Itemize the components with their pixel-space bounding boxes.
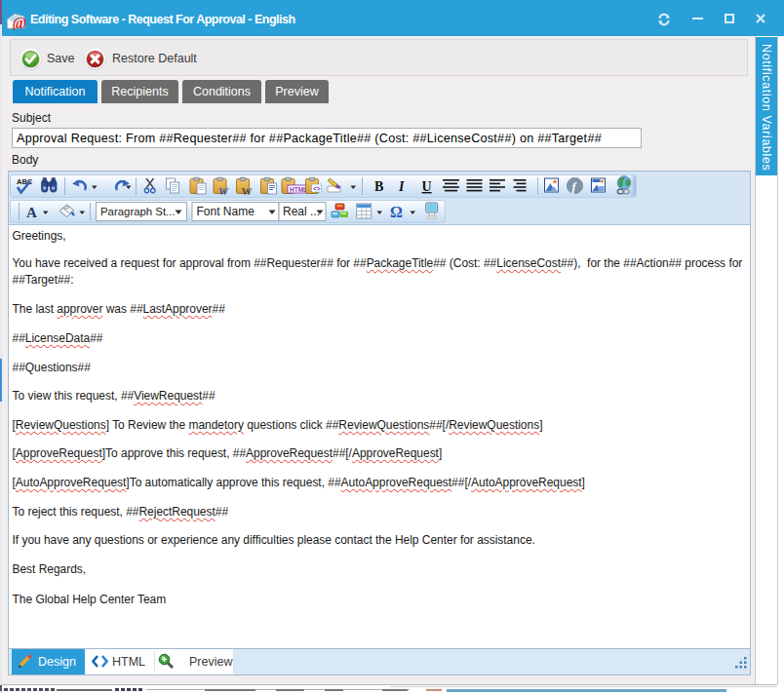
svg-text:W: W xyxy=(242,185,253,197)
svg-text:Real ...: Real ... xyxy=(283,205,320,218)
svg-text:Ω: Ω xyxy=(390,204,403,220)
svg-text:W: W xyxy=(218,185,229,197)
svg-text:I: I xyxy=(398,179,405,194)
svg-text:Font Name: Font Name xyxy=(197,205,255,218)
svg-text:ABC: ABC xyxy=(17,177,33,186)
svg-text:B: B xyxy=(374,179,383,194)
svg-text:HTML: HTML xyxy=(290,186,307,193)
svg-text:A: A xyxy=(26,205,37,220)
svg-text:<>: <> xyxy=(313,185,321,192)
svg-text:U: U xyxy=(422,179,432,194)
svg-text:@: @ xyxy=(13,15,26,31)
svg-text:Paragraph St...: Paragraph St... xyxy=(100,206,176,217)
